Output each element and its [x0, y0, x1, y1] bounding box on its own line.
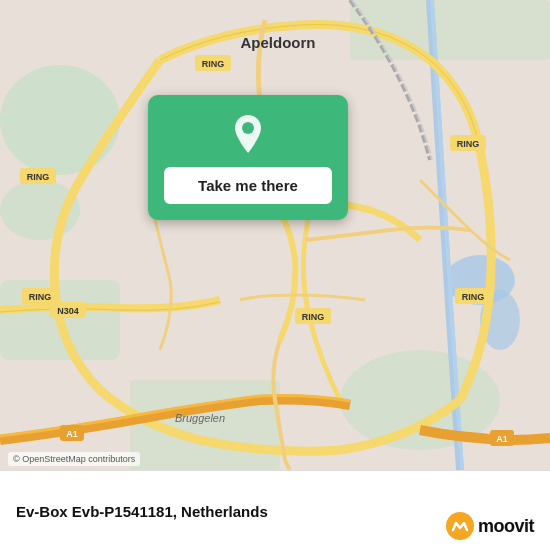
osm-attribution: © OpenStreetMap contributors: [8, 452, 140, 466]
popup-card: Take me there: [148, 95, 348, 220]
svg-text:RING: RING: [29, 292, 52, 302]
svg-point-29: [242, 122, 254, 134]
svg-text:A1: A1: [496, 434, 508, 444]
svg-text:RING: RING: [462, 292, 485, 302]
svg-text:N304: N304: [57, 306, 79, 316]
moovit-icon-svg: [450, 516, 470, 536]
moovit-icon: [446, 512, 474, 540]
svg-point-1: [0, 65, 120, 175]
svg-text:RING: RING: [202, 59, 225, 69]
take-me-there-button[interactable]: Take me there: [164, 167, 332, 204]
svg-text:RING: RING: [27, 172, 50, 182]
moovit-logo: moovit: [446, 512, 534, 540]
location-pin-icon: [227, 113, 269, 155]
moovit-text: moovit: [478, 516, 534, 537]
info-bar: Ev-Box Evb-P1541181, Netherlands moovit: [0, 470, 550, 550]
svg-text:Apeldoorn: Apeldoorn: [241, 34, 316, 51]
app-container: Apeldoorn Bruggelen RING RING RING RING …: [0, 0, 550, 550]
map-svg: Apeldoorn Bruggelen RING RING RING RING …: [0, 0, 550, 470]
svg-text:RING: RING: [302, 312, 325, 322]
svg-text:Bruggelen: Bruggelen: [175, 412, 225, 424]
svg-text:RING: RING: [457, 139, 480, 149]
map-area: Apeldoorn Bruggelen RING RING RING RING …: [0, 0, 550, 470]
svg-text:A1: A1: [66, 429, 78, 439]
